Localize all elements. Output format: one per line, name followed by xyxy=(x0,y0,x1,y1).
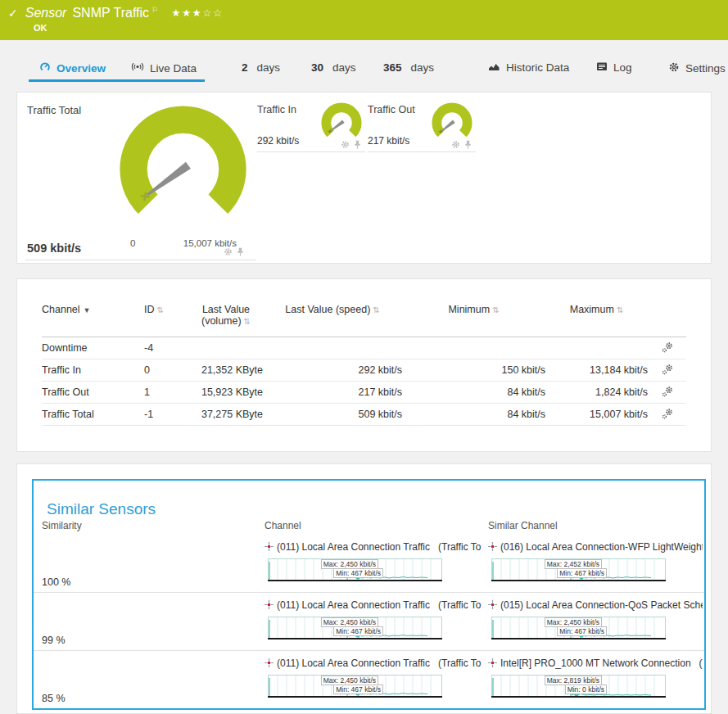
priority-star-rating[interactable]: ★★★☆☆ xyxy=(171,7,224,19)
cell-channel: Traffic Total xyxy=(42,404,144,426)
col-header-speed[interactable]: Last Value (speed)⇅ xyxy=(263,299,402,337)
gear-icon[interactable] xyxy=(224,247,233,256)
similar-channel-sparkline[interactable]: Max: 2,452 kbit/s Min: 467 kbit/s xyxy=(491,558,666,581)
col-header-channel[interactable]: Channel▼ xyxy=(42,299,144,337)
stars-filled[interactable]: ★★★ xyxy=(171,7,202,19)
gauge-out-value: 217 kbit/s xyxy=(368,135,409,147)
channel-settings-gears-icon[interactable] xyxy=(662,386,673,397)
cell-channel: Downtime xyxy=(42,337,144,359)
crosshair-move-icon xyxy=(488,600,497,609)
similar-sensors-box: Similar Sensors Similarity Channel Simil… xyxy=(32,479,706,710)
channel-sparkline[interactable]: Max: 2,450 kbit/s Min: 467 kbit/s xyxy=(268,558,442,581)
similar-channel-link[interactable]: (015) Local Area Connection-QoS Packet S… xyxy=(488,599,703,612)
tab-overview[interactable]: Overview xyxy=(39,61,106,75)
sort-icon: ⇅ xyxy=(244,317,251,326)
similar-sensors-panel: Similar Sensors Similarity Channel Simil… xyxy=(16,463,712,714)
channel-table-header-row: Channel▼ ID⇅ Last Value (volume)⇅ Last V… xyxy=(42,299,686,337)
gauge-scale: 0 15,007 kbit/s xyxy=(130,238,237,248)
similar-sensors-title: Similar Sensors xyxy=(47,500,156,518)
tab-log[interactable]: Log xyxy=(596,61,632,74)
sensor-status-badge: OK xyxy=(34,23,47,33)
tab-historic-data[interactable]: Historic Data xyxy=(488,61,569,74)
channel-sparkline[interactable]: Max: 2,450 kbit/s Min: 467 kbit/s xyxy=(268,617,442,639)
status-ok-check-icon: ✓ xyxy=(8,7,18,20)
channel-sparkline[interactable]: Max: 2,450 kbit/s Min: 467 kbit/s xyxy=(268,675,442,698)
similar-channel-sparkline[interactable]: Max: 2,819 kbit/s Min: 0 kbit/s xyxy=(491,675,666,698)
crosshair-move-icon xyxy=(265,600,274,609)
sort-icon: ⇅ xyxy=(373,305,379,314)
gauge-in-block: Traffic In 292 kbit/s xyxy=(257,101,365,152)
similarity-value: 99 % xyxy=(42,635,66,646)
channel-table-panel: Channel▼ ID⇅ Last Value (volume)⇅ Last V… xyxy=(16,278,712,452)
settings-gear-icon xyxy=(668,61,680,75)
traffic-in-gauge xyxy=(319,101,364,145)
sparkline-min-label: Min: 0 kbit/s xyxy=(565,685,607,694)
tab-30-days[interactable]: 30days xyxy=(311,61,356,74)
channel-cell: (011) Local Area Connection Traffic(Traf… xyxy=(265,541,486,581)
gauge-in-actions xyxy=(341,140,362,149)
sparkline-min-label: Min: 467 kbit/s xyxy=(333,685,383,694)
divider xyxy=(25,260,256,260)
tab-2-days[interactable]: 2days xyxy=(242,61,280,74)
similar-channel-link[interactable]: (016) Local Area Connection-WFP LightWei… xyxy=(488,541,703,554)
channel-link[interactable]: (011) Local Area Connection Traffic(Traf… xyxy=(265,658,486,671)
cell-id: -1 xyxy=(144,404,189,426)
col-channel: Channel xyxy=(265,520,301,531)
cell-channel: Traffic In xyxy=(42,359,144,382)
similar-channel-sparkline[interactable]: Max: 2,450 kbit/s Min: 467 kbit/s xyxy=(491,617,666,639)
priority-flag-icon[interactable]: ⚐ xyxy=(151,6,158,14)
channel-cell: (011) Local Area Connection Traffic(Traf… xyxy=(265,599,486,639)
similar-row: 85 % (011) Local Area Connection Traffic… xyxy=(34,650,704,708)
col-similarity: Similarity xyxy=(42,520,82,531)
similar-channel-cell: (016) Local Area Connection-WFP LightWei… xyxy=(488,541,703,581)
sort-icon: ⇅ xyxy=(157,305,164,314)
gear-icon[interactable] xyxy=(341,140,350,149)
sparkline-min-label: Min: 467 kbit/s xyxy=(333,568,383,578)
gauge-out-label: Traffic Out xyxy=(368,104,415,115)
traffic-total-gauge xyxy=(111,97,255,241)
gauge-total-label: Traffic Total xyxy=(27,104,81,116)
channel-settings-gears-icon[interactable] xyxy=(662,341,673,353)
channel-settings-gears-icon[interactable] xyxy=(662,408,673,419)
col-header-volume[interactable]: Last Value (volume)⇅ xyxy=(189,299,263,337)
gauge-out-actions xyxy=(451,140,473,149)
similar-channel-link[interactable]: Intel[R] PRO_1000 MT Network Connection(… xyxy=(488,658,703,671)
pin-icon[interactable] xyxy=(236,247,245,256)
traffic-out-gauge xyxy=(430,101,474,145)
pin-icon[interactable] xyxy=(463,140,473,149)
stars-empty[interactable]: ☆☆ xyxy=(202,7,223,19)
channel-link[interactable]: (011) Local Area Connection Traffic(Traf… xyxy=(265,599,486,612)
table-row: Traffic Out 1 15,923 KByte 217 kbit/s 84… xyxy=(42,382,686,404)
table-row: Traffic In 0 21,352 KByte 292 kbit/s 150… xyxy=(42,359,686,382)
col-header-maximum[interactable]: Maximum⇅ xyxy=(545,299,648,337)
gear-icon[interactable] xyxy=(451,140,460,149)
pin-icon[interactable] xyxy=(353,140,362,149)
cell-channel: Traffic Out xyxy=(42,382,144,404)
sparkline-min-label: Min: 467 kbit/s xyxy=(557,568,607,578)
tab-live-data[interactable]: Live Data xyxy=(131,61,197,75)
gauge-out-block: Traffic Out 217 kbit/s xyxy=(368,101,476,152)
channel-cell: (011) Local Area Connection Traffic(Traf… xyxy=(265,658,486,698)
active-tab-underline xyxy=(29,79,205,82)
col-header-minimum[interactable]: Minimum⇅ xyxy=(402,299,545,337)
tab-settings[interactable]: Settings xyxy=(668,61,726,75)
similar-row: 100 % (011) Local Area Connection Traffi… xyxy=(34,535,704,592)
gauge-scale-min: 0 xyxy=(130,238,135,248)
sort-icon: ⇅ xyxy=(492,305,499,314)
sparkline-min-label: Min: 467 kbit/s xyxy=(333,626,383,636)
table-row: Traffic Total -1 37,275 KByte 509 kbit/s… xyxy=(42,404,686,426)
gauge-total-actions xyxy=(224,247,245,256)
channel-link[interactable]: (011) Local Area Connection Traffic(Traf… xyxy=(265,541,486,554)
channel-settings-gears-icon[interactable] xyxy=(662,364,673,375)
col-header-id[interactable]: ID⇅ xyxy=(144,299,189,337)
similar-row: 99 % (011) Local Area Connection Traffic… xyxy=(34,592,704,650)
table-row: Downtime -4 xyxy=(42,337,686,359)
similar-channel-cell: Intel[R] PRO_1000 MT Network Connection(… xyxy=(488,658,703,698)
overview-gauge-icon xyxy=(39,61,51,75)
crosshair-move-icon xyxy=(265,542,274,551)
crosshair-move-icon xyxy=(488,658,497,667)
similarity-value: 85 % xyxy=(42,693,66,704)
crosshair-move-icon xyxy=(488,542,497,551)
tab-365-days[interactable]: 365days xyxy=(383,61,434,74)
log-list-icon xyxy=(596,61,608,74)
